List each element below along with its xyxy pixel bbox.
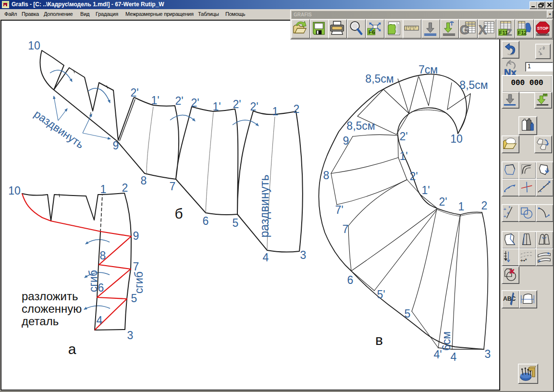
svg-text:3: 3 <box>485 348 491 360</box>
svg-text:5': 5' <box>377 288 385 301</box>
svg-text:7см: 7см <box>419 63 438 76</box>
svg-text:а: а <box>68 341 76 357</box>
svg-text:2': 2' <box>191 97 199 109</box>
svg-text:6: 6 <box>203 215 209 227</box>
svg-text:+: + <box>504 207 506 212</box>
svg-text:3: 3 <box>300 249 307 261</box>
svg-text:F12: F12 <box>518 30 527 36</box>
svg-text:5: 5 <box>405 307 411 320</box>
svg-text:9: 9 <box>113 139 119 152</box>
svg-text:2': 2' <box>250 100 258 113</box>
svg-text:3: 3 <box>127 329 134 342</box>
svg-text:9: 9 <box>133 230 139 242</box>
svg-text:1: 1 <box>458 200 465 213</box>
svg-text:2: 2 <box>122 182 128 194</box>
svg-text:б: б <box>174 206 183 221</box>
svg-text:X: X <box>479 23 487 37</box>
svg-text:в: в <box>375 332 383 348</box>
svg-text:8: 8 <box>323 169 330 182</box>
svg-text:6см: 6см <box>440 331 453 351</box>
svg-text:STOP: STOP <box>537 26 549 31</box>
svg-text:2': 2' <box>399 130 407 143</box>
svg-text:2': 2' <box>409 170 418 183</box>
svg-text:10: 10 <box>8 184 21 197</box>
svg-text:+•*: +•* <box>520 258 527 263</box>
svg-text:2: 2 <box>481 199 488 212</box>
svg-text:+: + <box>504 214 506 219</box>
svg-text:8,5см: 8,5см <box>365 73 394 85</box>
svg-text:6: 6 <box>347 274 354 286</box>
svg-text:*: * <box>508 206 510 211</box>
svg-text:10: 10 <box>28 39 40 52</box>
svg-text:2': 2' <box>233 98 241 110</box>
svg-text:8,5см: 8,5см <box>346 120 375 132</box>
svg-text:сгиб: сгиб <box>87 270 99 292</box>
svg-text:деталь: деталь <box>22 315 59 328</box>
svg-text:8: 8 <box>100 249 106 262</box>
svg-text:4: 4 <box>451 351 457 363</box>
svg-text:2: 2 <box>294 103 300 115</box>
svg-text:сгиб: сгиб <box>133 271 145 294</box>
svg-text:7: 7 <box>343 223 349 235</box>
svg-text:Z: Z <box>506 28 512 37</box>
svg-text:разложить: разложить <box>22 290 78 303</box>
svg-text:раздвинуть: раздвинуть <box>32 108 86 151</box>
svg-text:1': 1' <box>212 100 221 113</box>
svg-text:2': 2' <box>130 86 138 99</box>
svg-text:7': 7' <box>335 204 343 216</box>
svg-text:2': 2' <box>175 95 183 107</box>
svg-text:1': 1' <box>399 150 407 162</box>
svg-text:9: 9 <box>343 135 349 147</box>
svg-text:1: 1 <box>272 105 279 118</box>
svg-text:2': 2' <box>439 196 447 208</box>
svg-text:4: 4 <box>263 251 269 264</box>
svg-text:7: 7 <box>133 260 139 273</box>
svg-text:4: 4 <box>97 314 103 327</box>
svg-text:8,5см: 8,5см <box>459 79 488 91</box>
svg-text:10: 10 <box>450 133 463 145</box>
svg-text:G: G <box>460 23 469 37</box>
svg-text:1: 1 <box>100 183 107 196</box>
svg-text:ABC: ABC <box>503 295 516 302</box>
svg-text:8: 8 <box>141 174 147 187</box>
svg-text:раздвинуть: раздвинуть <box>258 174 271 237</box>
svg-text:сложенную: сложенную <box>22 302 82 315</box>
svg-text:5: 5 <box>233 217 239 229</box>
svg-text:1': 1' <box>421 184 430 196</box>
svg-text:1': 1' <box>151 94 159 107</box>
svg-text:+: + <box>506 210 509 216</box>
svg-text:7: 7 <box>170 180 176 193</box>
